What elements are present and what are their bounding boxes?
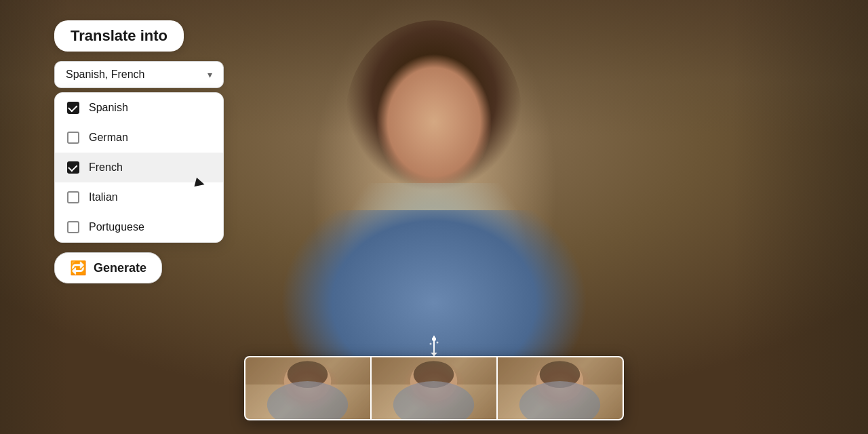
person-face — [376, 54, 492, 190]
option-label-german: German — [89, 132, 128, 144]
language-dropdown-container: Spanish, French ▾ Spanish German French — [54, 61, 224, 243]
wand-connector — [427, 336, 441, 356]
option-label-italian: Italian — [89, 191, 118, 203]
svg-point-2 — [432, 337, 436, 341]
checkbox-french[interactable] — [67, 161, 79, 174]
right-decor — [732, 0, 868, 434]
translate-label: Translate into — [54, 20, 184, 52]
filmstrip-item-3[interactable] — [498, 357, 623, 419]
dropdown-option-portuguese[interactable]: Portuguese — [55, 212, 223, 242]
filmstrip-item-2[interactable] — [372, 357, 498, 419]
generate-button-label: Generate — [94, 261, 146, 275]
checkbox-portuguese[interactable] — [67, 221, 79, 233]
dropdown-option-german[interactable]: German — [55, 123, 223, 153]
ui-panel: Translate into Spanish, French ▾ Spanish… — [54, 20, 224, 283]
option-label-portuguese: Portuguese — [89, 221, 144, 233]
option-label-spanish: Spanish — [89, 102, 128, 114]
filmstrip — [244, 356, 624, 420]
chevron-down-icon: ▾ — [208, 69, 212, 80]
option-label-french: French — [89, 161, 123, 174]
filmstrip-item-1[interactable] — [245, 357, 372, 419]
generate-button[interactable]: 🔁 Generate — [54, 252, 162, 283]
language-dropdown-menu: Spanish German French Italian Portuguese — [54, 92, 224, 243]
thumbnail-2 — [372, 357, 496, 419]
language-dropdown[interactable]: Spanish, French ▾ — [54, 61, 224, 88]
thumbnail-1 — [245, 357, 370, 419]
checkbox-spanish[interactable] — [67, 102, 79, 114]
svg-point-3 — [430, 343, 432, 345]
dropdown-selected-value: Spanish, French — [66, 68, 145, 81]
svg-point-4 — [437, 342, 439, 344]
dropdown-option-italian[interactable]: Italian — [55, 182, 223, 212]
checkbox-german[interactable] — [67, 132, 79, 144]
checkbox-italian[interactable] — [67, 191, 79, 203]
dropdown-option-spanish[interactable]: Spanish — [55, 93, 223, 123]
thumbnail-3 — [498, 357, 623, 419]
dropdown-option-french[interactable]: French — [55, 153, 223, 182]
generate-icon: 🔁 — [70, 260, 87, 276]
